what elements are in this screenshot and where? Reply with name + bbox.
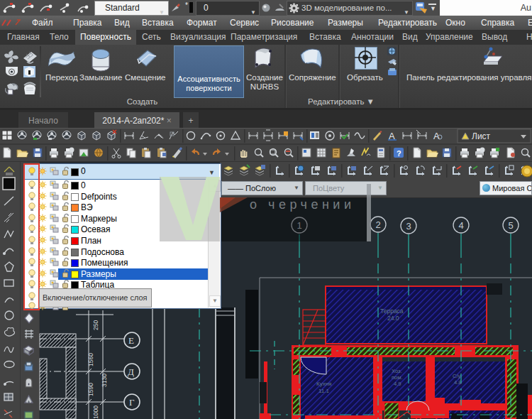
svg-text:Кухня: Кухня xyxy=(316,381,331,387)
svg-text:С/у: С/у xyxy=(453,373,461,379)
svg-text:250: 250 xyxy=(92,320,99,330)
svg-text:Д: Д xyxy=(128,366,134,377)
svg-text:Е: Е xyxy=(128,335,134,346)
svg-text:4.9: 4.9 xyxy=(394,381,401,387)
svg-text:3130: 3130 xyxy=(101,374,108,387)
svg-text:1000: 1000 xyxy=(92,406,99,419)
svg-text:4: 4 xyxy=(459,220,464,231)
svg-text:2: 2 xyxy=(376,219,381,230)
svg-text:Г: Г xyxy=(129,397,135,408)
svg-text:4.8: 4.8 xyxy=(454,379,461,386)
svg-text:5: 5 xyxy=(509,220,514,231)
svg-text:1590: 1590 xyxy=(87,383,94,396)
svg-text:11.1: 11.1 xyxy=(318,388,330,394)
svg-text:?: ? xyxy=(397,149,401,158)
svg-text:Хоз.: Хоз. xyxy=(392,368,402,374)
svg-text:1560: 1560 xyxy=(87,353,94,366)
svg-text:Терраса: Терраса xyxy=(380,308,404,315)
svg-text:Лист: Лист xyxy=(472,131,491,141)
svg-text:пом.: пом. xyxy=(392,374,402,381)
svg-text:24.0: 24.0 xyxy=(387,315,399,322)
svg-text:3: 3 xyxy=(406,221,411,232)
